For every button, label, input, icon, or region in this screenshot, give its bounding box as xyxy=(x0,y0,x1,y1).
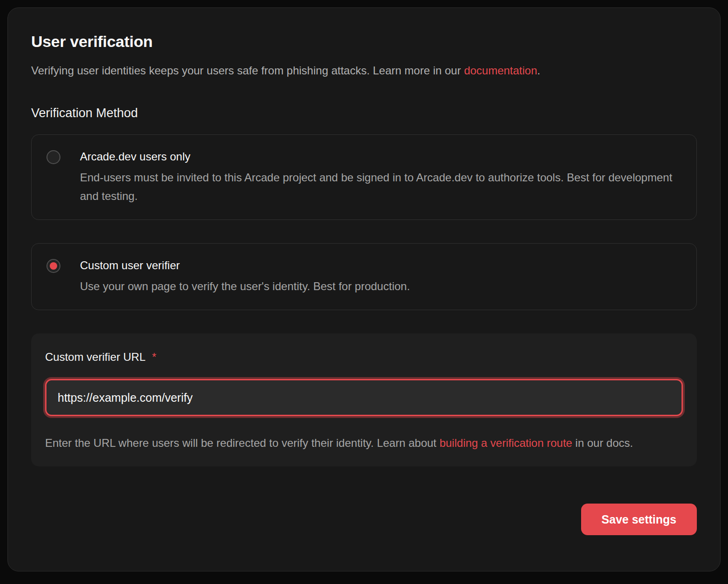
url-helper-text: Enter the URL where users will be redire… xyxy=(45,434,683,452)
verification-method-heading: Verification Method xyxy=(31,105,697,121)
option-custom-user-verifier[interactable]: Custom user verifier Use your own page t… xyxy=(31,243,697,310)
user-verification-card: User verification Verifying user identit… xyxy=(7,7,721,571)
subtitle-period: . xyxy=(537,64,541,77)
option-label: Custom user verifier xyxy=(80,258,410,273)
custom-verifier-url-input[interactable] xyxy=(45,379,683,416)
option-description: Use your own page to verify the user's i… xyxy=(80,277,410,296)
verification-route-docs-link[interactable]: building a verification route xyxy=(439,437,572,449)
custom-verifier-url-label: Custom verifier URL xyxy=(45,349,146,365)
radio-custom-user-verifier[interactable] xyxy=(46,259,60,273)
custom-verifier-url-panel: Custom verifier URL * Enter the URL wher… xyxy=(31,333,697,466)
radio-arcade-users-only[interactable] xyxy=(46,150,60,164)
page-title: User verification xyxy=(31,31,697,52)
helper-text-suffix: in our docs. xyxy=(572,437,633,449)
option-label: Arcade.dev users only xyxy=(80,149,682,165)
subtitle-text: Verifying user identities keeps your use… xyxy=(31,64,464,77)
helper-text-prefix: Enter the URL where users will be redire… xyxy=(45,437,439,449)
field-label-row: Custom verifier URL * xyxy=(45,349,683,365)
option-body: Custom user verifier Use your own page t… xyxy=(80,258,410,296)
required-asterisk: * xyxy=(152,351,156,364)
page-subtitle: Verifying user identities keeps your use… xyxy=(31,63,697,79)
option-arcade-users-only[interactable]: Arcade.dev users only End-users must be … xyxy=(31,134,697,220)
option-description: End-users must be invited to this Arcade… xyxy=(80,168,682,206)
option-body: Arcade.dev users only End-users must be … xyxy=(80,149,682,206)
footer-row: Save settings xyxy=(31,504,697,535)
documentation-link[interactable]: documentation xyxy=(464,64,537,77)
save-settings-button[interactable]: Save settings xyxy=(581,504,697,535)
